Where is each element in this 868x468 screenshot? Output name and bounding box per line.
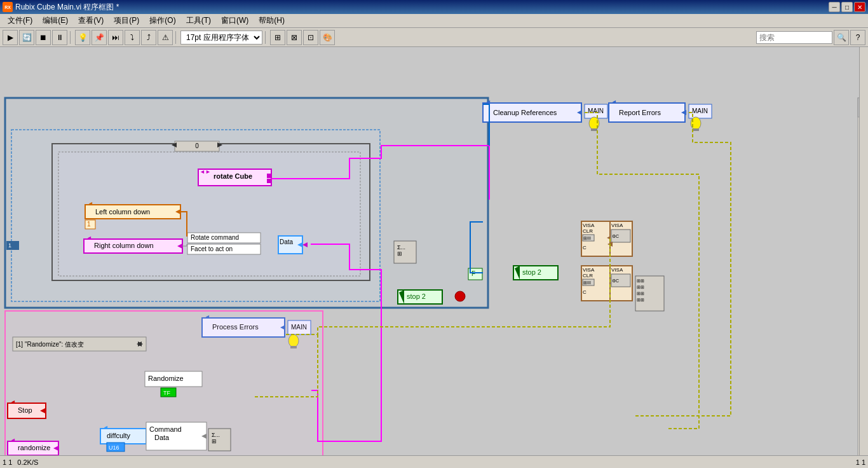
- step-over-button[interactable]: ⏭: [108, 30, 123, 45]
- toolbar: ▶ 🔄 ⏹ ⏸ 💡 📌 ⏭ ⤵ ⤴ ⚠ 17pt 应用程序字体 ⊞ ⊠ ⊡ 🎨 …: [0, 28, 868, 47]
- svg-text:⊞⊞: ⊞⊞: [637, 279, 644, 283]
- title-bar: RX Rubix Cube Main.vi 程序框图 * ─ □ ✕: [0, 0, 868, 14]
- window-title: Rubix Cube Main.vi 程序框图 *: [15, 2, 119, 13]
- status-speed: 0.2K/S: [17, 458, 38, 466]
- svg-text:Rotate command: Rotate command: [191, 234, 239, 241]
- svg-text:⊞⊞: ⊞⊞: [637, 291, 644, 296]
- svg-text:Data: Data: [154, 434, 170, 441]
- app-icon: RX: [3, 2, 13, 12]
- svg-text:F: F: [471, 270, 475, 277]
- color-button[interactable]: 🎨: [320, 30, 335, 45]
- svg-text:stop 2: stop 2: [407, 292, 426, 300]
- svg-text:randomize: randomize: [18, 444, 50, 451]
- svg-text:⊞III: ⊞III: [583, 236, 591, 240]
- svg-text:⚙C: ⚙C: [612, 234, 619, 238]
- toolbar-sep2: [175, 31, 178, 44]
- svg-text:Σ...: Σ...: [212, 432, 220, 438]
- svg-text:⚙C: ⚙C: [612, 279, 619, 283]
- svg-text:◄: ◄: [88, 200, 93, 207]
- toolbar-sep3: [265, 31, 268, 44]
- retain-button[interactable]: 📌: [92, 30, 107, 45]
- distribute-button[interactable]: ⊠: [287, 30, 302, 45]
- svg-text:◄: ◄: [103, 424, 109, 430]
- canvas-area[interactable]: 0 ◄► rotate Cube ◄ Left column down 1 ◄ …: [0, 47, 868, 468]
- svg-text:CLR: CLR: [583, 273, 593, 279]
- svg-text:⊞III: ⊞III: [583, 280, 591, 285]
- highlight-button[interactable]: 💡: [75, 30, 90, 45]
- search-input[interactable]: [756, 31, 832, 44]
- menu-help[interactable]: 帮助(H): [254, 14, 290, 27]
- svg-rect-13: [267, 179, 271, 183]
- minimize-button[interactable]: ─: [829, 2, 840, 12]
- window-controls: ─ □ ✕: [829, 2, 865, 12]
- svg-text:[1] "Randomize": 值改变: [1] "Randomize": 值改变: [16, 341, 84, 348]
- svg-text:◄: ◄: [611, 99, 617, 105]
- menu-window[interactable]: 窗口(W): [216, 14, 254, 27]
- svg-text:◄►: ◄►: [200, 169, 211, 175]
- menu-operate[interactable]: 操作(O): [144, 14, 180, 27]
- menu-bar: 文件(F) 编辑(E) 查看(V) 项目(P) 操作(O) 工具(T) 窗口(W…: [0, 14, 868, 28]
- svg-text:VISA: VISA: [583, 223, 595, 228]
- status-extra: 1 1: [856, 458, 865, 466]
- help-button[interactable]: ?: [850, 30, 865, 45]
- svg-rect-12: [267, 174, 271, 178]
- svg-text:stop 2: stop 2: [522, 268, 541, 276]
- scrollbar-right[interactable]: [859, 47, 868, 459]
- svg-text:VISA: VISA: [611, 223, 623, 228]
- close-button[interactable]: ✕: [854, 2, 865, 12]
- svg-text:TF: TF: [163, 390, 170, 396]
- search-button[interactable]: 🔍: [834, 30, 849, 45]
- svg-text:1: 1: [8, 242, 11, 249]
- diagram-canvas: 0 ◄► rotate Cube ◄ Left column down 1 ◄ …: [0, 47, 868, 468]
- svg-rect-61: [693, 128, 699, 131]
- svg-text:rotate Cube: rotate Cube: [214, 172, 252, 180]
- svg-text:CLR: CLR: [583, 228, 593, 234]
- svg-text:⊞⊞: ⊞⊞: [637, 298, 644, 302]
- menu-project[interactable]: 项目(P): [109, 14, 144, 27]
- status-coords: 1 1: [3, 458, 12, 466]
- svg-text:VISA: VISA: [611, 267, 623, 273]
- svg-text:Report Errors: Report Errors: [619, 109, 661, 116]
- svg-text:1: 1: [87, 221, 91, 228]
- toolbar-sep1: [70, 31, 72, 44]
- svg-text:C: C: [583, 245, 587, 251]
- svg-text:Left column down: Left column down: [95, 208, 150, 216]
- svg-text:0: 0: [195, 142, 199, 149]
- align-button[interactable]: ⊞: [270, 30, 285, 45]
- svg-text:◄: ◄: [86, 235, 92, 241]
- menu-file[interactable]: 文件(F): [3, 14, 37, 27]
- run-continuously-button[interactable]: 🔄: [19, 30, 34, 45]
- svg-text:VISA: VISA: [583, 267, 595, 273]
- step-out-button[interactable]: ⤴: [141, 30, 156, 45]
- svg-text:⊞: ⊞: [397, 251, 402, 257]
- svg-text:U16: U16: [109, 444, 119, 451]
- svg-text:C: C: [583, 289, 587, 295]
- svg-text:⊞⊞: ⊞⊞: [637, 285, 644, 289]
- svg-text:◄: ◄: [10, 399, 16, 405]
- menu-tools[interactable]: 工具(T): [181, 14, 216, 27]
- pause-button[interactable]: ⏸: [52, 30, 67, 45]
- svg-text:Right column down: Right column down: [94, 242, 154, 249]
- abort-button[interactable]: ⏹: [36, 30, 51, 45]
- font-dropdown[interactable]: 17pt 应用程序字体: [180, 31, 262, 45]
- menu-view[interactable]: 查看(V): [73, 14, 109, 27]
- search-box: 🔍 ?: [756, 30, 865, 45]
- svg-rect-53: [591, 128, 597, 131]
- menu-edit[interactable]: 编辑(E): [37, 14, 73, 27]
- svg-text:Stop: Stop: [18, 406, 32, 414]
- svg-text:MAIN: MAIN: [692, 107, 708, 114]
- svg-text:Facet to act on: Facet to act on: [191, 245, 233, 252]
- svg-point-43: [455, 291, 465, 301]
- run-button[interactable]: ▶: [3, 30, 18, 45]
- svg-text:⊞: ⊞: [212, 438, 217, 444]
- svg-text:Randomize: Randomize: [148, 375, 184, 382]
- step-into-button[interactable]: ⤵: [125, 30, 140, 45]
- svg-text:diffculty: diffculty: [107, 432, 131, 439]
- maximize-button[interactable]: □: [841, 2, 853, 12]
- resize-button[interactable]: ⊡: [303, 30, 318, 45]
- title-bar-left: RX Rubix Cube Main.vi 程序框图 *: [3, 2, 119, 13]
- svg-text:Cleanup References: Cleanup References: [493, 109, 557, 116]
- warn-button[interactable]: ⚠: [158, 30, 173, 45]
- svg-text:MAIN: MAIN: [588, 107, 604, 114]
- svg-text:Command: Command: [149, 425, 182, 433]
